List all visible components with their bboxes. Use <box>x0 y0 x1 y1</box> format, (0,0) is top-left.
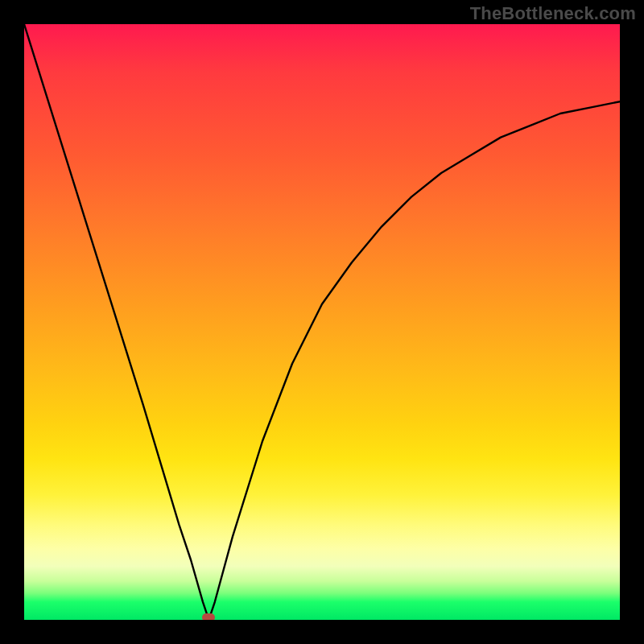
watermark-text: TheBottleneck.com <box>470 3 636 24</box>
dip-marker <box>202 613 215 620</box>
bottleneck-curve <box>24 24 620 620</box>
curve-path <box>24 24 620 620</box>
plot-area <box>24 24 620 620</box>
chart-frame: TheBottleneck.com <box>0 0 644 644</box>
